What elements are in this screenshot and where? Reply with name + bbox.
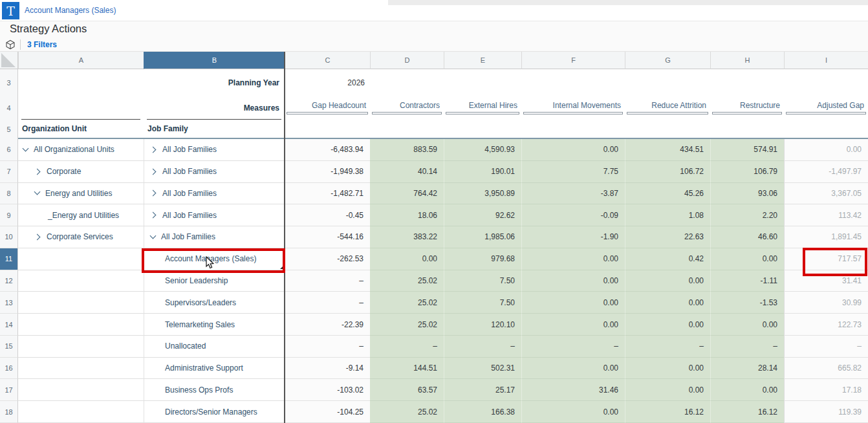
data-cell-F9[interactable]: -0.09 — [521, 204, 625, 226]
row-header-9[interactable]: 9 — [0, 204, 18, 226]
data-cell-G8[interactable]: 45.26 — [625, 183, 710, 205]
data-cell-G11[interactable]: 0.42 — [625, 248, 710, 270]
cell-blank-r3[interactable] — [710, 69, 784, 96]
org-cell-15[interactable] — [18, 336, 144, 358]
job-cell-17[interactable]: Business Ops Profs — [144, 379, 285, 401]
data-cell-D7[interactable]: 40.14 — [370, 161, 444, 183]
cell-blank-r5[interactable] — [710, 120, 784, 139]
data-cell-H8[interactable]: 93.06 — [710, 183, 784, 205]
data-cell-H9[interactable]: 2.20 — [710, 204, 784, 226]
data-cell-I18[interactable]: 119.39 — [784, 401, 868, 423]
org-cell-6[interactable]: All Organizational Units — [18, 139, 144, 161]
data-cell-E8[interactable]: 3,950.89 — [444, 183, 521, 205]
data-cell-D17[interactable]: 63.57 — [370, 379, 444, 401]
org-unit-header[interactable]: Organization Unit — [18, 120, 144, 139]
row-header-17[interactable]: 17 — [0, 379, 18, 401]
data-cell-E11[interactable]: 979.68 — [444, 248, 521, 270]
column-header-F[interactable]: F — [521, 52, 625, 69]
data-cell-F13[interactable]: 0.00 — [521, 292, 625, 314]
column-header-C[interactable]: C — [285, 52, 370, 69]
cell-blank-r3[interactable] — [370, 69, 444, 96]
freeze-pane-divider[interactable] — [284, 52, 285, 423]
data-cell-D18[interactable]: 25.02 — [370, 401, 444, 423]
job-cell-18[interactable]: Directors/Senior Managers — [144, 401, 285, 423]
data-cell-C12[interactable]: – — [285, 270, 370, 292]
data-cell-E7[interactable]: 190.01 — [444, 161, 521, 183]
data-cell-C16[interactable]: -9.14 — [285, 358, 370, 380]
data-cell-H18[interactable]: 16.12 — [710, 401, 784, 423]
data-cell-F12[interactable]: 0.00 — [521, 270, 625, 292]
row-header-5[interactable]: 5 — [0, 120, 18, 139]
cell-blank-r5[interactable] — [784, 120, 868, 139]
chevron-right-icon[interactable] — [34, 168, 41, 175]
cell-A4[interactable] — [18, 96, 144, 120]
data-cell-F16[interactable]: 0.00 — [521, 358, 625, 380]
measure-header-gap-headcount[interactable]: Gap Headcount — [285, 96, 370, 120]
chevron-down-icon[interactable] — [150, 232, 157, 239]
data-cell-I6[interactable]: 0.00 — [784, 139, 868, 161]
measure-header-external-hires[interactable]: External Hires — [444, 96, 521, 120]
data-cell-G7[interactable]: 106.72 — [625, 161, 710, 183]
data-cell-D13[interactable]: 25.02 — [370, 292, 444, 314]
row-header-7[interactable]: 7 — [0, 161, 18, 183]
job-cell-16[interactable]: Administrative Support — [144, 358, 285, 380]
measures-label[interactable]: Measures — [144, 96, 285, 120]
row-header-12[interactable]: 12 — [0, 270, 18, 292]
data-cell-C9[interactable]: -0.45 — [285, 204, 370, 226]
data-cell-F14[interactable]: 0.00 — [521, 314, 625, 336]
data-cell-E14[interactable]: 120.10 — [444, 314, 521, 336]
data-cell-G10[interactable]: 22.63 — [625, 226, 710, 248]
data-cell-I10[interactable]: 1,891.45 — [784, 226, 868, 248]
row-header-6[interactable]: 6 — [0, 139, 18, 161]
data-cell-G13[interactable]: 0.00 — [625, 292, 710, 314]
data-cell-D6[interactable]: 883.59 — [370, 139, 444, 161]
data-cell-C17[interactable]: -103.02 — [285, 379, 370, 401]
row-header-8[interactable]: 8 — [0, 183, 18, 205]
org-cell-14[interactable] — [18, 314, 144, 336]
data-cell-I17[interactable]: 17.18 — [784, 379, 868, 401]
data-cell-F8[interactable]: -3.87 — [521, 183, 625, 205]
data-cell-H11[interactable]: 0.00 — [710, 248, 784, 270]
data-cell-G6[interactable]: 434.51 — [625, 139, 710, 161]
data-cell-H16[interactable]: 28.14 — [710, 358, 784, 380]
data-cell-H7[interactable]: 106.79 — [710, 161, 784, 183]
column-header-E[interactable]: E — [444, 52, 521, 69]
measure-header-reduce-attrition[interactable]: Reduce Attrition — [625, 96, 710, 120]
data-cell-E9[interactable]: 92.62 — [444, 204, 521, 226]
data-cell-I8[interactable]: 3,367.05 — [784, 183, 868, 205]
chevron-right-icon[interactable] — [150, 190, 157, 197]
data-cell-F11[interactable]: 0.00 — [521, 248, 625, 270]
chevron-down-icon[interactable] — [34, 189, 41, 195]
job-cell-8[interactable]: All Job Families — [144, 183, 285, 205]
org-cell-18[interactable] — [18, 401, 144, 423]
planning-year-value[interactable]: 2026 — [285, 69, 370, 96]
row-header-16[interactable]: 16 — [0, 358, 18, 380]
row-header-4[interactable]: 4 — [0, 96, 18, 120]
data-cell-E17[interactable]: 25.17 — [444, 379, 521, 401]
row-header-10[interactable]: 10 — [0, 226, 18, 248]
data-cell-H14[interactable]: 0.00 — [710, 314, 784, 336]
data-cell-H12[interactable]: -1.11 — [710, 270, 784, 292]
tab-account-managers[interactable]: Account Managers (Sales) — [25, 6, 116, 15]
cell-blank-r3[interactable] — [444, 69, 521, 96]
job-cell-7[interactable]: All Job Families — [144, 161, 285, 183]
data-cell-G15[interactable]: – — [625, 336, 710, 358]
measure-header-restructure[interactable]: Restructure — [710, 96, 784, 120]
chevron-right-icon[interactable] — [150, 212, 157, 219]
data-cell-D11[interactable]: 0.00 — [370, 248, 444, 270]
data-cell-D14[interactable]: 25.02 — [370, 314, 444, 336]
row-header-18[interactable]: 18 — [0, 401, 18, 423]
data-cell-H17[interactable]: 0.00 — [710, 379, 784, 401]
data-cell-E6[interactable]: 4,590.93 — [444, 139, 521, 161]
filters-link[interactable]: 3 Filters — [27, 40, 57, 49]
data-cell-E18[interactable]: 166.38 — [444, 401, 521, 423]
measure-header-internal-movements[interactable]: Internal Movements — [521, 96, 625, 120]
drill-cube-icon[interactable] — [5, 39, 16, 50]
data-cell-E10[interactable]: 1,985.06 — [444, 226, 521, 248]
data-cell-E12[interactable]: 7.50 — [444, 270, 521, 292]
chevron-right-icon[interactable] — [34, 233, 41, 240]
column-header-G[interactable]: G — [625, 52, 710, 69]
data-cell-I15[interactable]: – — [784, 336, 868, 358]
data-cell-I9[interactable]: 113.42 — [784, 204, 868, 226]
row-header-15[interactable]: 15 — [0, 336, 18, 358]
